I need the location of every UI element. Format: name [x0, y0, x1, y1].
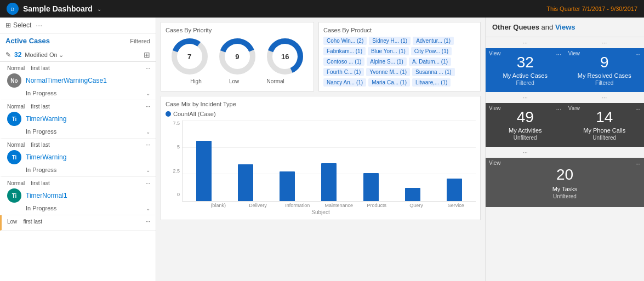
case-more-dots[interactable]: ···	[146, 180, 150, 186]
select-toolbar[interactable]: ⊞ Select	[5, 21, 31, 29]
product-tag: Susanna ... (1)	[412, 68, 455, 76]
case-priority-label: Normal first last	[7, 142, 50, 148]
bar-x-label: Service	[443, 203, 468, 208]
right-header-views: Views	[555, 23, 575, 31]
bar-rect	[405, 188, 420, 201]
dashboard-chevron[interactable]: ⌄	[97, 6, 101, 12]
product-tag: City Pow... (1)	[411, 47, 452, 55]
case-priority-row: Low first last ···	[7, 219, 150, 225]
case-expand-chevron[interactable]: ⌄	[146, 205, 150, 211]
case-status: In Progress	[26, 167, 56, 173]
donut-label-normal: Normal	[267, 78, 284, 84]
product-tag: Coho Win... (2)	[323, 37, 367, 45]
priority-chart-title: Cases By Priority	[166, 27, 309, 33]
card-more-dots[interactable]: ···	[635, 160, 641, 168]
donut-labels: High Low Normal	[166, 78, 309, 84]
modified-chevron[interactable]: ⌄	[59, 51, 64, 59]
case-expand-chevron[interactable]: ⌄	[146, 167, 150, 173]
resolved-cases-sublabel: Filtered	[595, 80, 613, 86]
cases-modified[interactable]: Modified On ⌄	[25, 51, 63, 59]
toolbar-more-dots[interactable]: ···	[36, 21, 42, 30]
case-item: Normal first last ··· Ti TimerWarning In…	[0, 139, 156, 177]
my-activities-card[interactable]: View ··· 49 My Activities Unfiltered	[486, 103, 565, 147]
grid-icon: ⊞	[5, 21, 11, 29]
donut-high: 7	[170, 37, 209, 76]
avatar: Ti	[7, 188, 21, 203]
select-label[interactable]: Select	[13, 21, 31, 29]
dashboard-title: Sample Dashboard	[23, 4, 93, 13]
cases-filtered-label: Filtered	[130, 38, 150, 44]
case-item: Normal first last ··· Ti TimerNormal1 In…	[0, 177, 156, 215]
svg-text:D: D	[11, 7, 14, 12]
bar-grid	[182, 121, 476, 202]
card-view-label[interactable]: View	[489, 50, 501, 56]
case-more-dots[interactable]: ···	[146, 142, 150, 148]
bar-chart-title: Case Mix by Incident Type	[166, 101, 476, 107]
bar-rect	[196, 141, 212, 201]
case-name[interactable]: TimerWarning	[26, 115, 66, 123]
product-tag: Sidney H... (1)	[369, 37, 411, 45]
case-name[interactable]: TimerWarning	[26, 153, 66, 161]
phone-calls-sublabel: Unfiltered	[592, 135, 616, 141]
donut-low-value: 9	[235, 53, 239, 61]
product-tag: Nancy An... (1)	[323, 78, 366, 87]
y-label-75: 7.5	[173, 121, 180, 126]
case-name-row: No NormalTimerWarningCase1	[7, 73, 150, 88]
case-status-row: In Progress ⌄	[7, 90, 150, 96]
case-more-dots[interactable]: ···	[146, 65, 150, 71]
middle-panel: Cases By Priority 7	[156, 18, 485, 281]
card-view-label[interactable]: View	[568, 105, 580, 111]
bar-legend: CountAll (Case)	[166, 111, 476, 117]
donut-normal-value: 16	[281, 53, 289, 61]
cards-row-1: View ··· 32 My Active Cases Filtered Vie…	[486, 48, 644, 92]
spacer-dots-right: ···	[565, 37, 645, 48]
card-more-dots[interactable]: ···	[635, 50, 641, 58]
cases-list: Normal first last ··· No NormalTimerWarn…	[0, 62, 156, 281]
header: D Sample Dashboard ⌄ This Quarter 7/1/20…	[0, 0, 644, 18]
case-expand-chevron[interactable]: ⌄	[146, 129, 150, 135]
case-item: Normal first last ··· No NormalTimerWarn…	[0, 62, 156, 100]
product-tag: Maria Ca... (1)	[368, 78, 410, 87]
bar-rect	[321, 163, 337, 201]
card-view-label[interactable]: View	[568, 50, 580, 56]
bar-item	[321, 163, 337, 201]
card-view-label[interactable]: View	[489, 105, 501, 111]
y-label-0: 0	[177, 192, 180, 197]
card-view-label[interactable]: View	[489, 160, 501, 166]
cases-view-icon[interactable]: ⊞	[144, 50, 150, 59]
case-priority-row: Normal first last ···	[7, 65, 150, 71]
cases-header: Active Cases Filtered	[0, 33, 156, 48]
card-more-dots[interactable]: ···	[556, 105, 561, 113]
bar-item	[238, 164, 253, 201]
case-priority-label: Low first last	[7, 219, 42, 225]
active-cases-title: Active Cases	[5, 37, 50, 45]
case-more-dots[interactable]: ···	[146, 104, 150, 110]
y-label-25: 2.5	[173, 168, 180, 174]
case-expand-chevron[interactable]: ⌄	[146, 90, 150, 96]
cases-subheader: ✎ 32 Modified On ⌄ ⊞	[0, 48, 156, 62]
my-resolved-cases-card[interactable]: View ··· 9 My Resolved Cases Filtered	[565, 48, 645, 92]
case-name[interactable]: NormalTimerWarningCase1	[26, 77, 107, 84]
case-item: Normal first last ··· Ti TimerWarning In…	[0, 100, 156, 139]
spacer-dots-left3: ···	[486, 147, 565, 158]
spacer-dots-right2: ···	[565, 92, 645, 103]
case-status-row: In Progress ⌄	[7, 167, 150, 173]
card-more-dots[interactable]: ···	[556, 50, 561, 58]
bar-rect	[447, 179, 462, 201]
bar-chart-inner: (blank)DeliveryInformationMaintenancePro…	[182, 121, 476, 208]
bar-x-label: (blank)	[206, 203, 231, 208]
my-phone-calls-card[interactable]: View ··· 14 My Phone Calls Unfiltered	[565, 103, 645, 147]
card-more-dots[interactable]: ···	[635, 105, 641, 113]
right-header-and: and	[542, 23, 555, 31]
bar-item	[196, 141, 212, 201]
bar-chart-box: Case Mix by Incident Type CountAll (Case…	[161, 96, 481, 220]
case-name[interactable]: TimerNormal1	[26, 192, 67, 199]
case-more-dots[interactable]: ···	[146, 219, 150, 225]
donut-label-high: High	[190, 78, 202, 84]
activities-sublabel: Unfiltered	[514, 135, 537, 141]
main-layout: ⊞ Select ··· Active Cases Filtered ✎ 32 …	[0, 18, 644, 281]
my-tasks-card[interactable]: View ··· 20 My Tasks Unfiltered	[486, 158, 644, 207]
cases-count: 32	[14, 51, 21, 59]
bar-rect	[238, 164, 253, 201]
my-active-cases-card[interactable]: View ··· 32 My Active Cases Filtered	[486, 48, 565, 92]
